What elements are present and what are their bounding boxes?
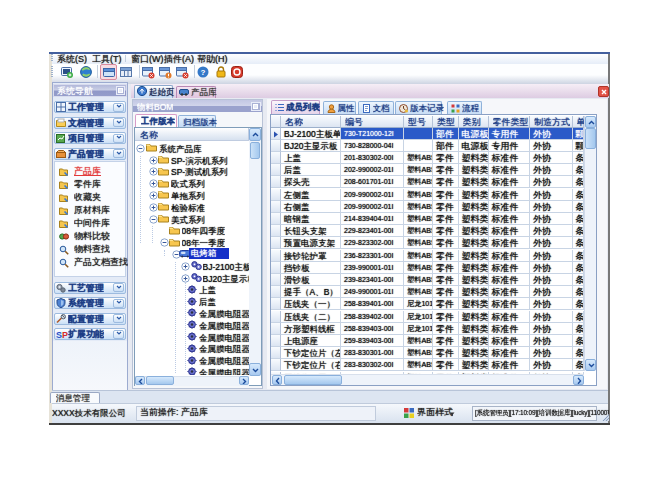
- svg-text:?: ?: [201, 68, 206, 77]
